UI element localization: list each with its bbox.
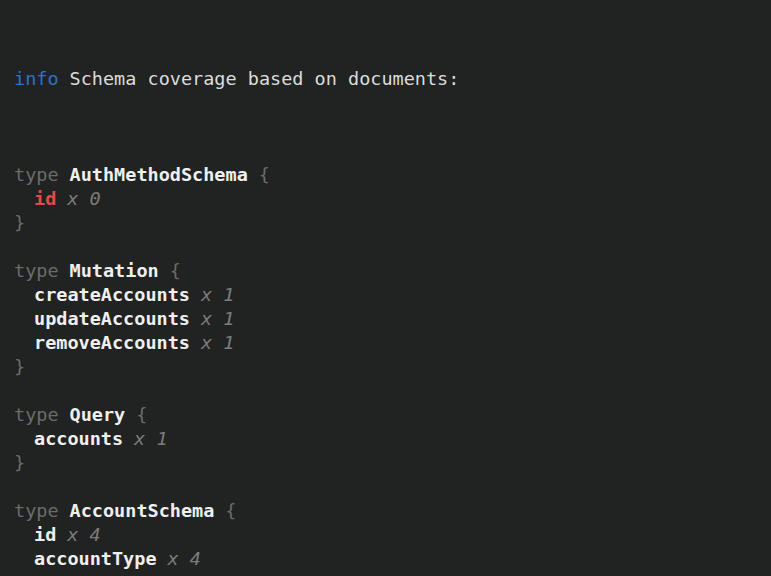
type-block: typeAccountSchema{idx 4accountTypex 4acc… bbox=[14, 499, 771, 576]
close-brace-line: } bbox=[14, 355, 771, 379]
type-header-line: typeAuthMethodSchema{ bbox=[14, 163, 771, 187]
field-count: x 4 bbox=[168, 572, 201, 576]
field-count: x 1 bbox=[134, 428, 167, 449]
field-line: createAccountsx 1 bbox=[14, 283, 771, 307]
type-blocks: typeAuthMethodSchema{idx 0}typeMutation{… bbox=[14, 163, 771, 576]
field-count: x 1 bbox=[201, 284, 234, 305]
close-brace: } bbox=[14, 356, 25, 377]
type-keyword: type bbox=[14, 260, 59, 281]
field-count: x 1 bbox=[201, 332, 234, 353]
info-label: info bbox=[14, 68, 59, 89]
close-brace-line: } bbox=[14, 211, 771, 235]
type-name: Query bbox=[70, 404, 126, 425]
field-line: idx 0 bbox=[14, 187, 771, 211]
field-name: updateAccounts bbox=[34, 308, 190, 329]
field-count: x 0 bbox=[67, 188, 100, 209]
field-name: id bbox=[34, 524, 56, 545]
type-keyword: type bbox=[14, 404, 59, 425]
type-block: typeQuery{accountsx 1} bbox=[14, 403, 771, 475]
type-header-line: typeAccountSchema{ bbox=[14, 499, 771, 523]
open-brace: { bbox=[136, 404, 147, 425]
field-line: accountTypex 4 bbox=[14, 547, 771, 571]
field-line: accountsx 1 bbox=[14, 427, 771, 451]
info-line: infoSchema coverage based on documents: bbox=[14, 67, 771, 91]
field-name: id bbox=[34, 188, 56, 209]
field-name: createAccounts bbox=[34, 284, 190, 305]
type-keyword: type bbox=[14, 164, 59, 185]
type-name: AuthMethodSchema bbox=[70, 164, 248, 185]
type-header-line: typeQuery{ bbox=[14, 403, 771, 427]
info-message: Schema coverage based on documents: bbox=[70, 68, 460, 89]
close-brace: } bbox=[14, 212, 25, 233]
field-name: accounts bbox=[34, 428, 123, 449]
type-block: typeMutation{createAccountsx 1updateAcco… bbox=[14, 259, 771, 379]
open-brace: { bbox=[225, 500, 236, 521]
type-block: typeAuthMethodSchema{idx 0} bbox=[14, 163, 771, 235]
field-line: accountNamex 4 bbox=[14, 571, 771, 576]
type-name: Mutation bbox=[70, 260, 159, 281]
field-count: x 4 bbox=[168, 548, 201, 569]
type-name: AccountSchema bbox=[70, 500, 215, 521]
field-name: removeAccounts bbox=[34, 332, 190, 353]
terminal-output: infoSchema coverage based on documents: … bbox=[0, 0, 771, 576]
open-brace: { bbox=[259, 164, 270, 185]
field-count: x 4 bbox=[67, 524, 100, 545]
field-line: updateAccountsx 1 bbox=[14, 307, 771, 331]
field-name: accountName bbox=[34, 572, 157, 576]
close-brace-line: } bbox=[14, 451, 771, 475]
open-brace: { bbox=[170, 260, 181, 281]
type-header-line: typeMutation{ bbox=[14, 259, 771, 283]
field-count: x 1 bbox=[201, 308, 234, 329]
field-name: accountType bbox=[34, 548, 157, 569]
close-brace: } bbox=[14, 452, 25, 473]
field-line: idx 4 bbox=[14, 523, 771, 547]
type-keyword: type bbox=[14, 500, 59, 521]
field-line: removeAccountsx 1 bbox=[14, 331, 771, 355]
